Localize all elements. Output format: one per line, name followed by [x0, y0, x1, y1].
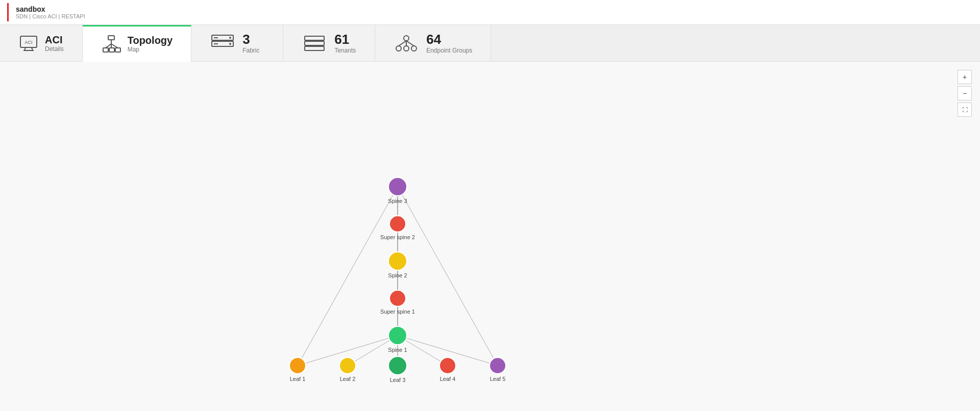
svg-point-24: [411, 46, 416, 51]
zoom-controls: + − ⛶: [958, 70, 972, 117]
svg-rect-7: [109, 48, 114, 52]
topology-icon: [101, 34, 121, 54]
topology-edge: [398, 187, 498, 366]
zoom-in-button[interactable]: +: [958, 70, 972, 84]
svg-point-30: [388, 252, 407, 270]
svg-point-22: [396, 46, 401, 51]
svg-point-35: [388, 356, 407, 375]
fabric-label: Fabric: [242, 47, 259, 54]
tab-topology[interactable]: Topology Map: [83, 25, 192, 61]
topology-node-superspine1[interactable]: Super spine 1: [380, 290, 415, 315]
stat-epg: 64 Endpoint Groups: [375, 25, 491, 61]
nav-tabs: ACI ACI Details Topology Map: [0, 25, 980, 62]
topology-canvas[interactable]: + − ⛶ Spine 3Super spine 2Spine 2Super s…: [0, 62, 980, 411]
node-label-leaf3: Leaf 3: [390, 377, 406, 383]
topology-node-spine1[interactable]: Spine 1: [388, 326, 407, 353]
svg-point-34: [339, 357, 356, 374]
top-bar: sandbox SDN | Cisco ACI | RESTAPI: [0, 0, 980, 25]
app-subtitle: SDN | Cisco ACI | RESTAPI: [16, 13, 85, 19]
topology-sublabel: Map: [128, 46, 173, 53]
node-label-spine2: Spine 2: [388, 272, 407, 278]
tenants-number: 61: [334, 32, 356, 47]
fabric-stat-text: 3 Fabric: [242, 32, 259, 54]
svg-line-10: [106, 44, 111, 48]
topology-node-leaf4[interactable]: Leaf 4: [439, 357, 456, 382]
svg-rect-8: [115, 48, 120, 52]
svg-rect-6: [103, 48, 108, 52]
svg-point-36: [439, 357, 456, 374]
node-label-spine3: Spine 3: [388, 198, 407, 204]
app-title: sandbox: [16, 5, 85, 13]
aci-tab-text: ACI Details: [45, 34, 64, 53]
node-label-leaf1: Leaf 1: [290, 376, 306, 382]
svg-rect-5: [108, 36, 114, 40]
svg-line-11: [111, 44, 118, 48]
topology-node-superspine2[interactable]: Super spine 2: [380, 216, 415, 240]
aci-sublabel: Details: [45, 45, 64, 53]
topology-node-leaf1[interactable]: Leaf 1: [289, 357, 306, 382]
svg-point-29: [389, 216, 406, 232]
svg-point-32: [388, 326, 407, 345]
svg-rect-18: [305, 36, 324, 40]
tenants-stat-text: 61 Tenants: [334, 32, 356, 54]
epg-stat-text: 64 Endpoint Groups: [426, 32, 472, 54]
aci-label: ACI: [45, 34, 64, 45]
topology-node-leaf3[interactable]: Leaf 3: [388, 356, 407, 383]
epg-label: Endpoint Groups: [426, 47, 472, 54]
svg-rect-19: [305, 41, 324, 45]
svg-rect-20: [305, 46, 324, 50]
node-label-superspine2: Super spine 2: [380, 234, 415, 240]
svg-point-23: [404, 46, 409, 51]
svg-text:ACI: ACI: [24, 40, 32, 45]
topology-svg: Spine 3Super spine 2Spine 2Super spine 1…: [0, 62, 980, 411]
svg-point-21: [404, 36, 409, 41]
topology-node-spine3[interactable]: Spine 3: [388, 177, 407, 204]
svg-point-31: [389, 290, 406, 306]
svg-line-27: [406, 41, 414, 46]
node-label-leaf2: Leaf 2: [340, 376, 356, 382]
topology-label: Topology: [128, 35, 173, 46]
node-label-superspine1: Super spine 1: [380, 309, 415, 315]
topology-tab-text: Topology Map: [128, 35, 173, 53]
svg-line-25: [399, 41, 406, 46]
epg-number: 64: [426, 32, 472, 47]
tenants-label: Tenants: [334, 47, 356, 54]
tab-aci[interactable]: ACI ACI Details: [0, 25, 83, 61]
topology-node-leaf5[interactable]: Leaf 5: [489, 357, 506, 382]
svg-point-37: [489, 357, 506, 374]
svg-point-33: [289, 357, 306, 374]
svg-point-15: [229, 43, 231, 45]
monitor-icon: ACI: [18, 33, 39, 54]
stat-tenants: 61 Tenants: [283, 25, 375, 61]
zoom-fit-button[interactable]: ⛶: [958, 102, 972, 117]
stat-fabric: 3 Fabric: [191, 25, 283, 61]
brand-bar: [7, 3, 9, 21]
node-label-leaf4: Leaf 4: [440, 376, 456, 382]
server-icon: [210, 33, 235, 54]
fabric-number: 3: [242, 32, 259, 47]
svg-point-13: [229, 37, 231, 39]
topology-edge: [298, 187, 398, 366]
node-label-spine1: Spine 1: [388, 347, 407, 353]
layers-icon: [302, 33, 327, 54]
network-icon: [394, 33, 419, 54]
topology-node-spine2[interactable]: Spine 2: [388, 252, 407, 278]
node-label-leaf5: Leaf 5: [490, 376, 506, 382]
topology-node-leaf2[interactable]: Leaf 2: [339, 357, 356, 382]
svg-point-28: [388, 177, 407, 196]
zoom-out-button[interactable]: −: [958, 86, 972, 100]
